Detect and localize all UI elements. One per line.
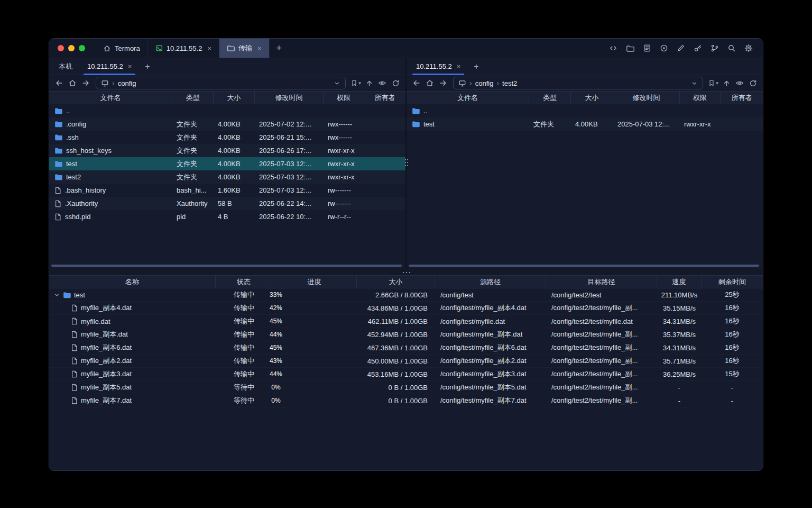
chevron-down-icon[interactable] [691, 80, 698, 87]
close-window-button[interactable] [58, 45, 64, 51]
refresh-icon[interactable] [747, 77, 759, 89]
right-nav-bar: › config › test2 ▾ [407, 75, 763, 91]
right-panel-tabs: 10.211.55.2 × + [407, 58, 763, 75]
key-icon[interactable] [692, 42, 704, 54]
transfer-row[interactable]: myfile_副本6.dat 传输中 45% 467.36MB / 1.00GB… [49, 341, 763, 355]
tab-ssh-session[interactable]: 10.211.55.2 × [148, 39, 219, 58]
column-header[interactable]: 源路径 [435, 276, 546, 288]
refresh-icon[interactable] [390, 77, 401, 89]
new-subtab-button[interactable]: + [468, 58, 484, 75]
file-row[interactable]: .. [49, 104, 405, 117]
file-row[interactable]: .config 文件夹4.00KB2025-07-02 12:...rwx---… [49, 117, 405, 131]
bookmark-icon[interactable]: ▾ [350, 77, 362, 89]
close-tab-icon[interactable]: × [207, 44, 211, 52]
right-table-header: 文件名 类型 大小 修改时间 权限 所有者 [407, 91, 763, 104]
breadcrumb-segment[interactable]: config [118, 79, 136, 87]
zoom-window-button[interactable] [79, 45, 85, 51]
tab-transfer[interactable]: 传输 × [219, 39, 270, 58]
column-header[interactable]: 目标路径 [546, 276, 657, 288]
right-path-breadcrumb[interactable]: › config › test2 [453, 77, 703, 89]
search-icon[interactable] [726, 42, 737, 54]
subtab-local[interactable]: 本机 [51, 58, 80, 75]
new-tab-button[interactable]: + [270, 39, 289, 58]
file-row[interactable]: sshd.pid pid4 B2025-06-22 10:...rw-r--r-… [49, 210, 405, 223]
file-row[interactable]: .bash_history bash_hi...1.60KB2025-07-03… [49, 184, 405, 197]
column-header[interactable]: 所有者 [364, 92, 405, 104]
breadcrumb-segment[interactable]: config [475, 79, 494, 87]
column-header[interactable]: 大小 [357, 276, 435, 288]
chevron-down-icon[interactable] [334, 80, 340, 87]
back-icon[interactable] [53, 77, 65, 89]
column-header[interactable]: 大小 [214, 92, 255, 104]
column-header[interactable]: 速度 [657, 276, 702, 288]
home-icon[interactable] [424, 77, 436, 89]
log-icon[interactable] [641, 42, 653, 54]
forward-icon[interactable] [437, 77, 449, 89]
column-header[interactable]: 进度 [272, 276, 357, 288]
left-table-header: 文件名 类型 大小 修改时间 权限 所有者 [49, 91, 405, 104]
column-header[interactable]: 权限 [680, 92, 721, 104]
file-icon [71, 304, 78, 312]
transfer-row[interactable]: myfile_副本2.dat 传输中 43% 450.00MB / 1.00GB… [49, 355, 763, 368]
column-header[interactable]: 状态 [216, 276, 272, 288]
transfer-row[interactable]: test 传输中 33% 2.66GB / 8.00GB /config/tes… [49, 288, 763, 302]
column-header[interactable]: 所有者 [721, 92, 763, 104]
home-icon[interactable] [67, 77, 78, 89]
close-subtab-icon[interactable]: × [457, 62, 461, 70]
left-panel-tabs: 本机 10.211.55.2 × + [49, 58, 405, 75]
transfer-row[interactable]: myfile_副本7.dat 等待中 0% 0 B / 1.00GB /conf… [49, 394, 763, 407]
folder-icon[interactable] [624, 42, 636, 54]
column-header[interactable]: 类型 [172, 92, 214, 104]
up-directory-icon[interactable] [721, 77, 732, 89]
settings-icon[interactable] [743, 42, 754, 54]
forward-icon[interactable] [80, 77, 91, 89]
edit-icon[interactable] [675, 42, 687, 54]
horizontal-scrollbar[interactable] [51, 265, 402, 267]
column-header[interactable]: 剩余时间 [702, 276, 763, 288]
file-row[interactable]: .Xauthority Xauthority58 B2025-06-22 14:… [49, 197, 405, 210]
column-header[interactable]: 修改时间 [255, 92, 324, 104]
breadcrumb-segment[interactable]: test2 [502, 79, 517, 87]
column-header[interactable]: 大小 [571, 92, 613, 104]
column-header[interactable]: 修改时间 [613, 92, 680, 104]
close-tab-icon[interactable]: × [257, 44, 262, 52]
transfer-row[interactable]: myfile_副本5.dat 等待中 0% 0 B / 1.00GB /conf… [49, 381, 763, 394]
branch-icon[interactable] [709, 42, 721, 54]
transfer-row[interactable]: myfile.dat 传输中 45% 462.11MB / 1.00GB /co… [49, 315, 763, 328]
subtab-remote[interactable]: 10.211.55.2 × [409, 58, 468, 75]
collapse-chevron-icon[interactable] [53, 292, 60, 298]
back-icon[interactable] [411, 77, 422, 89]
horizontal-scrollbar[interactable] [409, 265, 759, 267]
transfer-row[interactable]: myfile_副本.dat 传输中 44% 452.94MB / 1.00GB … [49, 328, 763, 341]
file-row[interactable]: .. [407, 104, 763, 117]
show-hidden-eye-icon[interactable] [734, 77, 745, 89]
record-icon[interactable] [658, 42, 670, 54]
file-row[interactable]: ssh_host_keys 文件夹4.00KB2025-06-26 17:...… [49, 144, 405, 157]
minimize-window-button[interactable] [68, 45, 75, 51]
code-icon[interactable] [607, 42, 619, 54]
column-header[interactable]: 权限 [324, 92, 364, 104]
bookmark-icon[interactable]: ▾ [707, 77, 719, 89]
column-header[interactable]: 文件名 [407, 92, 529, 104]
column-header[interactable]: 文件名 [49, 92, 172, 104]
up-directory-icon[interactable] [363, 77, 375, 89]
tab-home[interactable]: Termora [96, 39, 148, 58]
column-header[interactable]: 类型 [529, 92, 571, 104]
new-subtab-button[interactable]: + [139, 58, 155, 75]
splitter-grip[interactable] [401, 271, 411, 273]
file-row[interactable]: test 文件夹4.00KB2025-07-03 12:...rwxr-xr-x [407, 117, 763, 131]
close-subtab-icon[interactable]: × [128, 62, 132, 70]
file-row[interactable]: test2 文件夹4.00KB2025-07-03 12:...rwxr-xr-… [49, 170, 405, 184]
file-icon [54, 200, 61, 207]
file-row[interactable]: .ssh 文件夹4.00KB2025-06-21 15:...rwx------ [49, 131, 405, 144]
show-hidden-eye-icon[interactable] [376, 77, 388, 89]
left-path-breadcrumb[interactable]: › config [96, 77, 346, 89]
column-header[interactable]: 名称 [49, 276, 216, 288]
subtab-remote[interactable]: 10.211.55.2 × [80, 58, 139, 75]
file-row-selected[interactable]: test 文件夹4.00KB2025-07-03 12:...rwxr-xr-x [49, 157, 405, 170]
transfer-row[interactable]: myfile_副本3.dat 传输中 44% 453.16MB / 1.00GB… [49, 368, 763, 381]
left-file-panel: 本机 10.211.55.2 × + › config ▾ [49, 58, 405, 268]
tab-label: 10.211.55.2 [167, 44, 202, 52]
transfer-row[interactable]: myfile_副本4.dat 传输中 42% 434.86MB / 1.00GB… [49, 302, 763, 315]
transfer-panel-splitter[interactable] [49, 268, 763, 275]
